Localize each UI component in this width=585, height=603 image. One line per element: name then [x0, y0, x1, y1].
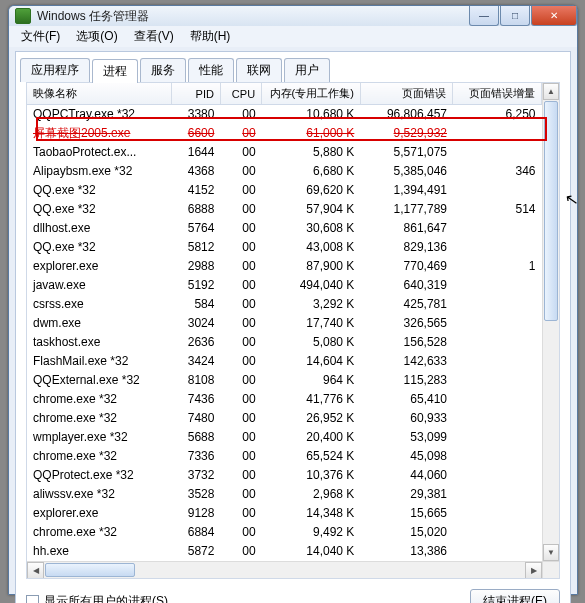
table-row[interactable]: csrss.exe584003,292 K425,781: [27, 295, 542, 314]
table-row[interactable]: chrome.exe *3274800026,952 K60,933: [27, 409, 542, 428]
table-row[interactable]: aliwssv.exe *323528002,968 K29,381: [27, 485, 542, 504]
maximize-button[interactable]: □: [500, 6, 530, 26]
table-row[interactable]: TaobaoProtect.ex...1644005,880 K5,571,07…: [27, 143, 542, 162]
checkbox-icon: [26, 595, 39, 603]
scroll-right-icon[interactable]: ▶: [525, 562, 542, 579]
table-row[interactable]: chrome.exe *3273360065,524 K45,098: [27, 447, 542, 466]
column-header[interactable]: CPU: [220, 83, 261, 105]
task-manager-window: Windows 任务管理器 — □ ✕ 文件(F)选项(O)查看(V)帮助(H)…: [8, 5, 578, 595]
table-row[interactable]: FlashMail.exe *3234240014,604 K142,633: [27, 352, 542, 371]
end-process-button[interactable]: 结束进程(E): [470, 589, 560, 603]
table-row[interactable]: QQ.exe *3258120043,008 K829,136: [27, 238, 542, 257]
show-all-users-label: 显示所有用户的进程(S): [44, 594, 168, 603]
menu-文件[interactable]: 文件(F): [13, 26, 68, 47]
scroll-left-icon[interactable]: ◀: [27, 562, 44, 579]
table-row[interactable]: dllhost.exe57640030,608 K861,647: [27, 219, 542, 238]
show-all-users-checkbox[interactable]: 显示所有用户的进程(S): [26, 593, 168, 603]
table-row[interactable]: javaw.exe519200494,040 K640,319: [27, 276, 542, 295]
table-row[interactable]: chrome.exe *3274360041,776 K65,410: [27, 390, 542, 409]
process-grid: 映像名称PIDCPU内存(专用工作集)页面错误页面错误增量 QQPCTray.e…: [26, 82, 560, 579]
column-header[interactable]: 页面错误: [360, 83, 453, 105]
table-row[interactable]: QQProtect.exe *3237320010,376 K44,060: [27, 466, 542, 485]
table-row[interactable]: QQExternal.exe *32810800964 K115,283: [27, 371, 542, 390]
column-header[interactable]: 页面错误增量: [453, 83, 542, 105]
scroll-thumb[interactable]: [544, 101, 558, 321]
tab-0[interactable]: 应用程序: [20, 58, 90, 82]
scroll-up-icon[interactable]: ▲: [543, 83, 559, 100]
column-header[interactable]: 内存(专用工作集): [262, 83, 361, 105]
vertical-scrollbar[interactable]: ▲ ▼: [542, 83, 559, 561]
table-row[interactable]: wmplayer.exe *3256880020,400 K53,099: [27, 428, 542, 447]
table-row[interactable]: QQ.exe *3241520069,620 K1,394,491: [27, 181, 542, 200]
table-row[interactable]: taskhost.exe2636005,080 K156,528: [27, 333, 542, 352]
titlebar[interactable]: Windows 任务管理器 — □ ✕: [9, 6, 577, 26]
tab-1[interactable]: 进程: [92, 59, 138, 83]
menubar: 文件(F)选项(O)查看(V)帮助(H): [9, 26, 577, 47]
minimize-button[interactable]: —: [469, 6, 499, 26]
tab-2[interactable]: 服务: [140, 58, 186, 82]
tab-5[interactable]: 用户: [284, 58, 330, 82]
column-header[interactable]: PID: [171, 83, 220, 105]
column-header[interactable]: 映像名称: [27, 83, 171, 105]
close-button[interactable]: ✕: [531, 6, 577, 26]
tab-strip: 应用程序进程服务性能联网用户: [16, 54, 570, 82]
table-row[interactable]: explorer.exe91280014,348 K15,665: [27, 504, 542, 523]
table-row[interactable]: 屏幕截图2005.exe66000061,000 K9,529,932: [27, 124, 542, 143]
horizontal-scrollbar[interactable]: ◀ ▶: [27, 561, 559, 578]
table-row[interactable]: explorer.exe29880087,900 K770,4691: [27, 257, 542, 276]
tab-3[interactable]: 性能: [188, 58, 234, 82]
table-row[interactable]: Alipaybsm.exe *324368006,680 K5,385,0463…: [27, 162, 542, 181]
table-row[interactable]: QQ.exe *3268880057,904 K1,177,789514: [27, 200, 542, 219]
tab-4[interactable]: 联网: [236, 58, 282, 82]
table-row[interactable]: hh.exe58720014,040 K13,386: [27, 542, 542, 561]
window-title: Windows 任务管理器: [37, 8, 468, 25]
app-icon: [15, 8, 31, 24]
process-table: 映像名称PIDCPU内存(专用工作集)页面错误页面错误增量 QQPCTray.e…: [27, 83, 542, 561]
menu-选项[interactable]: 选项(O): [68, 26, 125, 47]
content-area: 应用程序进程服务性能联网用户 映像名称PIDCPU内存(专用工作集)页面错误页面…: [15, 51, 571, 603]
menu-查看[interactable]: 查看(V): [126, 26, 182, 47]
table-row[interactable]: chrome.exe *326884009,492 K15,020: [27, 523, 542, 542]
hscroll-thumb[interactable]: [45, 563, 135, 577]
scroll-corner: [542, 562, 559, 579]
scroll-down-icon[interactable]: ▼: [543, 544, 559, 561]
menu-帮助[interactable]: 帮助(H): [182, 26, 239, 47]
table-row[interactable]: dwm.exe30240017,740 K326,565: [27, 314, 542, 333]
table-row[interactable]: QQPCTray.exe *3233800010,680 K96,806,457…: [27, 105, 542, 125]
